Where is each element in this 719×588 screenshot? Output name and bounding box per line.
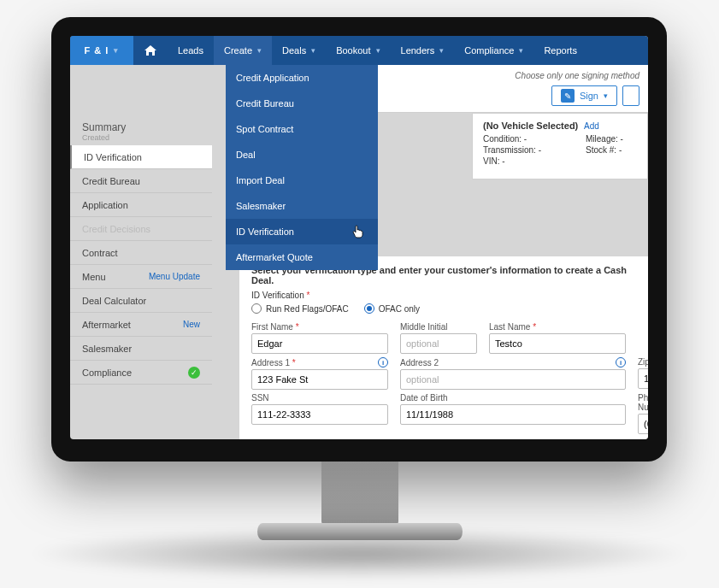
sidebar-item-salesmaker[interactable]: Salesmaker [70,337,212,361]
sign-button[interactable]: ✎ Sign ▾ [551,85,617,106]
last-name-field: Last Name * [489,322,626,354]
dob-input[interactable] [400,404,626,425]
brand-menu[interactable]: F & I ▾ [70,36,133,65]
dd-deal[interactable]: Deal [226,142,378,168]
radio-icon [251,303,262,314]
chevron-down-icon: ▾ [604,91,608,100]
sidebar-item-aftermarket[interactable]: AftermarketNew [70,313,212,337]
address2-input[interactable] [400,369,626,390]
dd-import-deal[interactable]: Import Deal [226,168,378,193]
dd-salesmaker[interactable]: Salesmaker [226,193,378,219]
monitor-frame: F & I ▾ Leads Create▾ Deals▾ Bookout▾ Le… [51,17,667,462]
top-nav: F & I ▾ Leads Create▾ Deals▾ Bookout▾ Le… [70,36,648,65]
menu-update-badge: Menu Update [149,272,200,281]
nav-compliance[interactable]: Compliance▾ [454,36,533,65]
info-icon[interactable]: i [616,357,626,368]
vehicle-panel: (No Vehicle Selected) Add Condition: - M… [472,113,648,179]
nav-bookout[interactable]: Bookout▾ [326,36,390,65]
nav-leads[interactable]: Leads [168,36,214,65]
zip-input[interactable] [638,368,648,389]
dd-aftermarket-quote[interactable]: Aftermarket Quote [226,244,378,270]
chevron-down-icon: ▾ [519,46,523,55]
home-button[interactable] [133,36,168,65]
new-badge: New [183,320,200,329]
last-name-input[interactable] [489,333,626,354]
dob-field: Date of Birth [400,393,626,434]
info-icon[interactable]: i [378,357,388,368]
address2-field: Address 2i [400,357,626,390]
sign-icon: ✎ [561,89,575,103]
chevron-down-icon: ▾ [439,46,444,55]
secondary-sign-button[interactable] [622,85,639,106]
sidebar-item-compliance[interactable]: Compliance✓ [70,361,212,385]
ssn-input[interactable] [251,404,388,425]
signing-instruction-text: Choose only one signing method [515,71,639,80]
phone-field: Phone Number [638,393,648,434]
sidebar-item-application[interactable]: Application [70,193,212,217]
chevron-down-icon: ▾ [114,46,119,55]
first-name-input[interactable] [251,333,388,354]
sidebar-item-credit-bureau[interactable]: Credit Bureau [70,169,212,193]
radio-red-flags-ofac[interactable]: Run Red Flags/OFAC [251,303,349,314]
dd-spot-contract[interactable]: Spot Contract [226,116,378,142]
sidebar-item-contract[interactable]: Contract [70,241,212,265]
middle-initial-input[interactable] [400,333,477,354]
dd-id-verification[interactable]: ID Verification [226,219,378,244]
signing-instruction-bar: Choose only one signing method ✎ Sign ▾ [378,65,648,113]
app-screen: F & I ▾ Leads Create▾ Deals▾ Bookout▾ Le… [70,36,648,439]
dd-credit-application[interactable]: Credit Application [226,65,378,91]
sidebar-item-menu[interactable]: MenuMenu Update [70,265,212,289]
chevron-down-icon: ▾ [376,46,380,55]
check-icon: ✓ [188,367,200,379]
dd-credit-bureau[interactable]: Credit Bureau [226,91,378,116]
sidebar-header: Summary Created [70,113,212,145]
address1-input[interactable] [251,369,388,390]
vehicle-title: (No Vehicle Selected) [483,121,578,131]
phone-input[interactable] [638,414,648,434]
nav-deals[interactable]: Deals▾ [272,36,326,65]
sidebar-item-deal-calculator[interactable]: Deal Calculator [70,289,212,313]
address1-field: Address 1 *i [251,357,388,390]
vehicle-add-link[interactable]: Add [584,121,599,131]
verification-type-radios: Run Red Flags/OFAC OFAC only [251,303,636,314]
middle-initial-field: Middle Initial [400,322,477,354]
sidebar: Summary Created ID Verification Credit B… [70,113,212,439]
nav-create[interactable]: Create▾ [214,36,272,65]
first-name-field: First Name * [251,322,388,354]
chevron-down-icon: ▾ [257,46,262,55]
brand-label: F & I [85,45,109,56]
ssn-field: SSN [251,393,388,434]
zip-field: Zip * [638,357,648,390]
nav-reports[interactable]: Reports [533,36,587,65]
chevron-down-icon: ▾ [311,46,315,55]
home-icon [144,44,157,56]
nav-lenders[interactable]: Lenders▾ [391,36,455,65]
radio-icon [364,303,374,314]
sidebar-item-id-verification[interactable]: ID Verification [70,145,212,169]
create-dropdown: Credit Application Credit Bureau Spot Co… [226,65,378,270]
sidebar-item-credit-decisions: Credit Decisions [70,217,212,241]
form-area: Select your verification type and enter … [239,256,648,439]
radio-ofac-only[interactable]: OFAC only [364,303,420,314]
